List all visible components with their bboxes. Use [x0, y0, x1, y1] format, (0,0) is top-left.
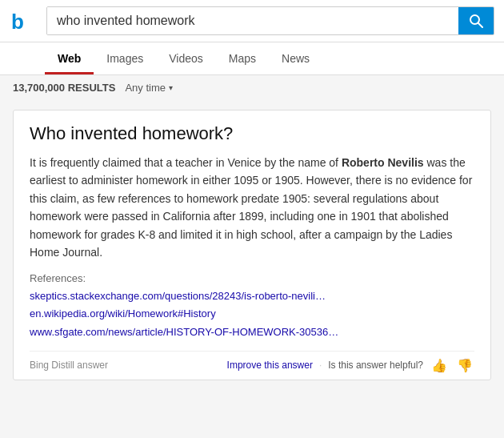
references-section: References: skeptics.stackexchange.com/q… [30, 272, 474, 340]
search-bar: who invented homework [46, 6, 494, 35]
separator: · [319, 360, 322, 371]
card-footer: Bing Distill answer Improve this answer … [30, 351, 474, 380]
reference-link-3[interactable]: www.sfgate.com/news/article/HISTORY-OF-H… [30, 323, 474, 341]
references-label: References: [30, 272, 474, 284]
time-filter-label: Any time [125, 82, 166, 94]
thumbs-down-button[interactable]: 👎 [455, 358, 474, 373]
tab-web[interactable]: Web [45, 42, 94, 74]
filter-bar: 13,700,000 RESULTS Any time ▾ [0, 75, 504, 100]
result-count: 13,700,000 RESULTS [13, 82, 115, 94]
answer-body: It is frequently claimed that a teacher … [30, 154, 474, 261]
chevron-down-icon: ▾ [169, 83, 173, 92]
svg-line-3 [478, 23, 482, 27]
search-input[interactable]: who invented homework [47, 7, 458, 34]
answer-title: Who invented homework? [30, 123, 474, 144]
tab-images[interactable]: Images [94, 42, 156, 74]
search-button[interactable] [458, 7, 494, 34]
reference-link-2[interactable]: en.wikipedia.org/wiki/Homework#History [30, 305, 474, 323]
header: b who invented homework [0, 0, 504, 42]
tab-news[interactable]: News [269, 42, 322, 74]
footer-right: Improve this answer · Is this answer hel… [227, 358, 474, 373]
helpful-label: Is this answer helpful? [328, 360, 423, 371]
tab-maps[interactable]: Maps [216, 42, 269, 74]
main-content: Who invented homework? It is frequently … [0, 100, 504, 390]
name-highlight: Roberto Nevilis [342, 156, 424, 169]
time-filter-dropdown[interactable]: Any time ▾ [125, 82, 173, 94]
nav-tabs: Web Images Videos Maps News [0, 42, 504, 75]
search-icon [469, 14, 483, 28]
tab-videos[interactable]: Videos [156, 42, 216, 74]
svg-text:b: b [11, 10, 24, 34]
improve-link[interactable]: Improve this answer [227, 360, 313, 371]
bing-logo: b [10, 6, 38, 35]
reference-link-1[interactable]: skeptics.stackexchange.com/questions/282… [30, 287, 474, 305]
thumbs-up-button[interactable]: 👍 [430, 358, 449, 373]
distill-label: Bing Distill answer [30, 360, 108, 371]
answer-card: Who invented homework? It is frequently … [13, 110, 491, 380]
